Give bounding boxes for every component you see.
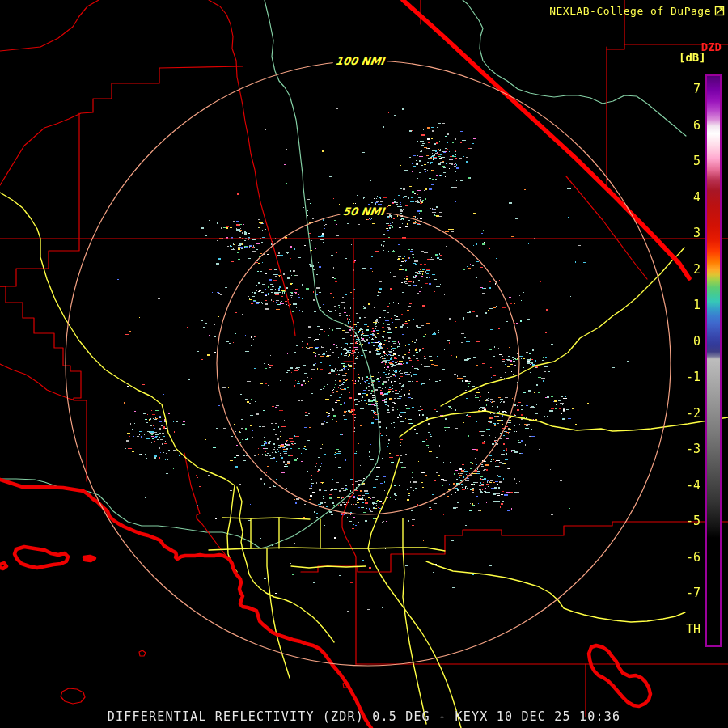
colorbar-gradient-bar xyxy=(705,74,722,647)
colorbar-tick: 3 xyxy=(668,226,700,240)
status-bar-caption: DIFFERENTIAL REFLECTIVITY (ZDR) 0.5 DEG … xyxy=(0,709,728,724)
colorbar-tick: -5 xyxy=(668,514,700,528)
colorbar-tick: 5 xyxy=(668,154,700,168)
colorbar-tick: 7 xyxy=(668,82,700,96)
colorbar-tick: -2 xyxy=(668,406,700,421)
colorbar-units-label: [dB] xyxy=(679,51,706,64)
colorbar-tick: -1 xyxy=(668,370,700,384)
colorbar-panel: DZD [dB] 76543210-1-2-3-4-5-6-7TH xyxy=(0,0,728,728)
colorbar-tick: 2 xyxy=(668,262,700,277)
colorbar-tick: -4 xyxy=(668,478,700,493)
radar-display: 100 NMI 50 NMI NEXLAB-College of DuPage … xyxy=(0,0,728,728)
colorbar-tick: 1 xyxy=(668,298,700,312)
colorbar-threshold-label: TH xyxy=(668,622,700,637)
colorbar-tick: 4 xyxy=(668,190,700,205)
colorbar-tick: -7 xyxy=(668,586,700,600)
colorbar-tick: -3 xyxy=(668,442,700,456)
colorbar-tick: 0 xyxy=(668,334,700,349)
colorbar-tick: -6 xyxy=(668,550,700,565)
colorbar-tick: 6 xyxy=(668,118,700,133)
